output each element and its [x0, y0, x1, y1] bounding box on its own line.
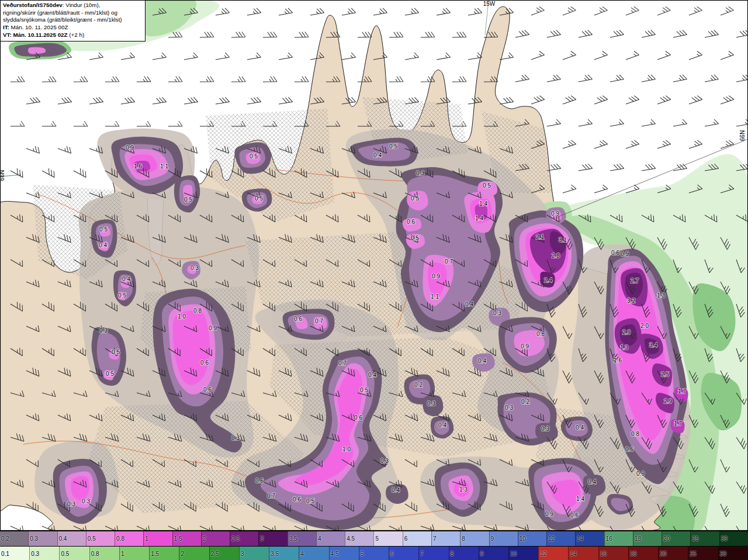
precip-value-label: 0.4 [99, 242, 107, 248]
precip-value-label: 0.6 [294, 316, 302, 322]
colorbar-rain-tick-label: 4 [299, 551, 304, 557]
colorbar-rain-segment: 14 [568, 547, 598, 560]
colorbar-snow-tick-label: 9 [490, 535, 494, 542]
precip-value-label: 0.5 [118, 292, 126, 299]
colorbar-rain-tick-label: 14 [569, 551, 576, 557]
precip-value-label: 0.6 [625, 446, 633, 452]
colorbar-rain-segment: 9 [479, 547, 508, 560]
valid-time-value: Mán. 10.11.2025 02Z [12, 32, 68, 38]
precip-value-label: 0.5 [106, 371, 114, 377]
precip-value-label: 0.4 [438, 422, 446, 428]
precip-value-label: 0.6 [200, 359, 209, 366]
precip-value-label: 0.3 [380, 458, 389, 464]
colorbar-snow-segment: 0.4 [57, 531, 86, 546]
colorbar-rain-segment: 1.5 [149, 547, 179, 560]
product-title-line: Veðurstofan/IS750dev: Vindur (10m), [3, 2, 142, 9]
colorbar-rain-segment: 16 [598, 547, 628, 560]
precip-value-label: 2.4 [544, 277, 552, 284]
precip-value-label: 0.6 [293, 496, 301, 503]
precip-value-label: 0.9 [636, 471, 645, 477]
colorbar-rain-segment: 0.8 [89, 547, 119, 560]
colorbar-rain-tick-label: 20 [659, 551, 666, 557]
colorbar-snow-segment: 12 [546, 531, 575, 546]
colorbar-rain-segment: 0.1 [0, 547, 29, 560]
colorbar-snow-tick-label: 4.5 [345, 535, 355, 542]
colorbar-rain-segment: 7 [418, 547, 448, 560]
colorbar-rain-tick-label: 16 [599, 551, 607, 557]
colorbar-rain-tick-label: 2 [179, 551, 184, 557]
precip-value-label: 0.4 [576, 424, 584, 431]
precip-value-label: 1.3 [459, 486, 468, 493]
precip-value-label: 0.3 [191, 265, 199, 271]
valid-time-offset: (+2 h) [68, 32, 85, 38]
colorbar-snow-segment: 7 [431, 531, 460, 546]
colorbar-rain-segment: 25 [688, 547, 718, 560]
colorbar-rain-tick-label: 1.5 [150, 551, 159, 557]
colorbar-rain-tick-label: 3.5 [269, 551, 279, 557]
colorbar-rain-segment: 12 [538, 547, 568, 560]
colorbar-snow-tick-label: 5 [374, 535, 379, 542]
colorbar-snow-segment: 10 [518, 531, 546, 546]
precip-value-label: 0.5 [99, 226, 108, 233]
colorbar-snow-segment: 25 [690, 531, 719, 546]
colorbar-rain-tick-label: 6 [389, 551, 394, 557]
precip-value-label: 2.8 [552, 253, 560, 259]
colorbar-rain-tick-label: 3 [240, 551, 244, 557]
colorbar-snow-tick-label: 0.4 [58, 535, 67, 542]
colorbar-rain-tick-label: 7 [419, 551, 424, 557]
precip-value-label: 0.5 [306, 498, 314, 504]
colorbar-rain-tick-label: 5 [359, 551, 364, 557]
colorbar-snow-tick-label: 0.8 [115, 535, 124, 542]
colorbar-rain-segment: 3.5 [269, 547, 299, 560]
precip-value-label: 1.1 [160, 163, 168, 170]
precip-value-label: 1.6 [134, 163, 142, 170]
colorbar-snow-tick-label: 7 [432, 535, 437, 542]
precip-value-label: 0.9 [521, 343, 529, 350]
precip-value-label: 1.4 [479, 201, 487, 207]
colorbar-snow-tick-label: 18 [633, 535, 641, 542]
colorbar-snow-tick-label: 3.5 [288, 535, 297, 542]
colorbar-snow-segment: 1.5 [172, 531, 201, 546]
precip-value-label: 0.8 [193, 307, 202, 314]
product-subtitle: : Vindur (10m), [63, 2, 101, 8]
colorbar-snow-tick-label: 16 [605, 535, 612, 542]
precip-value-label: 0.9 [621, 251, 629, 257]
colorbar-rain-segment: 4.5 [329, 547, 359, 560]
valid-time-line: VT: Mán. 10.11.2025 02Z (+2 h) [3, 32, 142, 39]
precip-value-label: 0.3 [82, 498, 90, 504]
colorbar-rain-tick-label: 12 [539, 551, 546, 557]
colorbar-snow-tick-label: 1 [144, 535, 148, 542]
precip-value-label: 0.3 [493, 310, 501, 316]
colorbar-snow-tick-label: 0.5 [86, 535, 96, 542]
precip-value-label: 1.0 [178, 313, 186, 320]
precip-value-label: 1.6 [614, 357, 622, 364]
colorbar-snow-tick-label: 2.5 [230, 535, 240, 542]
precip-value-label: 0.5 [255, 195, 263, 202]
precip-value-label: 0.9 [126, 144, 134, 151]
precip-value-label: 2.5 [661, 371, 669, 378]
precip-value-label: 2.7 [631, 278, 639, 284]
precip-value-label: 0.5 [360, 387, 368, 393]
colorbar-rain-segment: 3 [239, 547, 269, 560]
colorbar-snow-segment: 0.5 [86, 531, 115, 546]
init-time-value: Mán. 10. 11. 2025 00Z [9, 24, 68, 30]
precip-value-label: 0.4 [478, 358, 486, 364]
precip-value-label: 0.2 [414, 382, 423, 388]
precip-value-label: 3.4 [649, 342, 657, 348]
colorbar-rain-tick-label: 4.5 [330, 551, 339, 557]
colorbar-snow-segment: 5 [373, 531, 402, 546]
precip-value-label: 0.3 [505, 405, 513, 411]
colorbar-snow-tick-label: 20 [662, 535, 670, 542]
colorbar-snow-segment: 0.8 [115, 531, 143, 546]
parallel-label-right: 66N [739, 130, 746, 141]
colorbar-snow-tick-label: 2 [202, 535, 206, 542]
precip-value-label: 0.4 [392, 487, 400, 493]
precip-value-label: 1.3 [620, 344, 628, 351]
colorbar-snow-segment: 9 [489, 531, 518, 546]
colorbar-snow-segment: 3 [258, 531, 287, 546]
precip-value-label: 0.5 [250, 153, 258, 160]
precip-value-label: 0.4 [373, 152, 382, 158]
colorbar-snow-segment: 18 [633, 531, 662, 546]
colorbar-snow-tick-label: 30 [720, 535, 728, 542]
precip-value-label: 0.7 [445, 258, 453, 265]
